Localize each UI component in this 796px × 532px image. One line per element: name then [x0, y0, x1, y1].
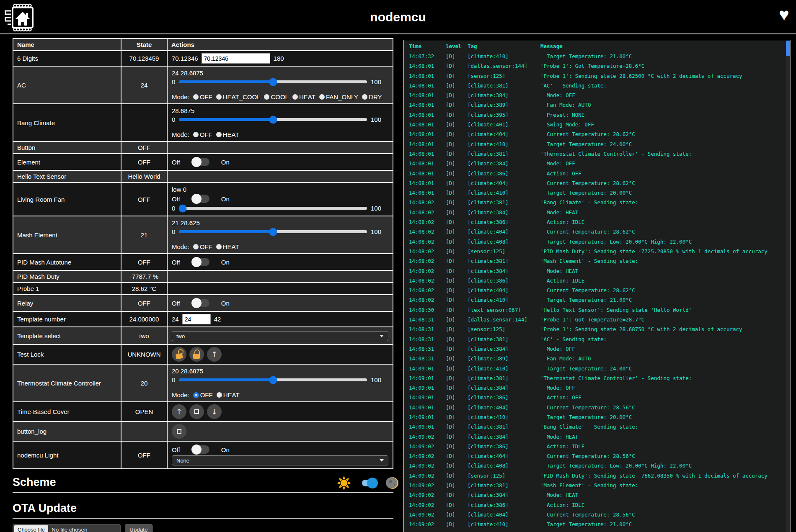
arrow-up-button[interactable]: ↑ — [207, 347, 222, 362]
radio-button[interactable] — [193, 244, 199, 249]
entity-actions: ↑ — [167, 344, 393, 364]
entity-name: Living Room Fan — [13, 182, 121, 216]
mode-option-heat_cool[interactable]: HEAT_COOL — [216, 93, 261, 100]
switch-on-label: On — [221, 259, 230, 266]
log-level: [D] — [446, 344, 468, 354]
slider-row: 0100 — [172, 228, 381, 235]
log-tag: [climate:404] — [468, 227, 540, 236]
file-input[interactable]: Choose file No file chosen — [13, 524, 121, 532]
number-input[interactable] — [202, 53, 270, 64]
mode-option-heat[interactable]: HEAT — [292, 93, 315, 100]
log-scrollbar[interactable] — [786, 41, 790, 532]
log-level: [D] — [446, 432, 468, 442]
select[interactable]: two — [172, 331, 388, 341]
entity-actions: OffOn — [167, 295, 393, 311]
log-message: Fan Mode: AUTO — [540, 354, 791, 363]
slider[interactable] — [179, 378, 367, 381]
slider-thumb[interactable] — [269, 116, 277, 123]
col-header-name: Name — [13, 39, 121, 51]
radio-button[interactable] — [193, 392, 199, 398]
slider-thumb[interactable] — [269, 78, 277, 86]
mode-option-dry[interactable]: DRY — [362, 93, 382, 100]
slider[interactable] — [179, 230, 367, 233]
radio-button[interactable] — [216, 132, 222, 137]
entity-name: Mash Element — [13, 216, 121, 254]
mode-option-cool[interactable]: COOL — [264, 93, 289, 100]
mode-option-heat[interactable]: HEAT — [216, 243, 239, 250]
radio-button[interactable] — [319, 94, 325, 100]
radio-button[interactable] — [264, 94, 269, 100]
slider[interactable] — [179, 207, 367, 210]
mode-option-heat[interactable]: HEAT — [216, 131, 239, 138]
radio-button[interactable] — [193, 132, 199, 137]
log-level: [D] — [446, 510, 468, 519]
slider-min-label: 0 — [172, 228, 175, 235]
mode-option-off[interactable]: OFF — [193, 243, 212, 250]
table-row: Mash Element2121 28.6250100Mode:OFFHEAT — [13, 216, 393, 254]
radio-label: OFF — [200, 391, 213, 398]
radio-button[interactable] — [216, 94, 222, 100]
stop-button[interactable] — [189, 404, 204, 419]
log-tag: [climate:381] — [468, 334, 540, 344]
entity-actions — [167, 141, 393, 154]
stop-button[interactable] — [172, 424, 186, 439]
log-level: [D] — [446, 354, 468, 363]
mode-option-off[interactable]: OFF — [193, 391, 213, 398]
switch-off-label: Off — [172, 259, 180, 266]
slider[interactable] — [179, 80, 367, 83]
log-level: [D] — [446, 373, 468, 383]
log-level: [D] — [446, 403, 468, 412]
slider-thumb[interactable] — [269, 376, 277, 384]
scheme-toggle-knob — [367, 478, 378, 488]
log-level: [D] — [446, 169, 468, 178]
radio-button[interactable] — [362, 94, 367, 100]
radio-button[interactable] — [193, 94, 199, 100]
log-tag: [climate:410] — [468, 139, 540, 149]
unlock-button[interactable] — [172, 347, 186, 362]
choose-file-button[interactable]: Choose file — [14, 525, 48, 532]
toggle-switch[interactable] — [192, 158, 209, 166]
mode-option-fan_only[interactable]: FAN_ONLY — [319, 93, 358, 100]
mode-option-off[interactable]: OFF — [193, 131, 212, 138]
log-level: [D] — [446, 324, 468, 334]
table-row: ButtonOFF — [13, 141, 393, 154]
radio-button[interactable] — [216, 244, 222, 249]
log-message: 'Mash Element' - Sending state: — [540, 481, 791, 490]
arrow-up-icon: ↑ — [211, 351, 217, 358]
entity-state: 70.123459 — [121, 51, 167, 66]
update-button[interactable]: Update — [125, 524, 152, 532]
mode-option-heat[interactable]: HEAT — [217, 391, 240, 398]
arrow-down-button[interactable]: ↓ — [207, 404, 222, 419]
toggle-switch[interactable] — [192, 299, 209, 307]
log-message: Fan Mode: AUTO — [540, 100, 791, 110]
toggle-switch[interactable] — [192, 195, 209, 203]
toggle-switch[interactable] — [192, 258, 209, 266]
arrow-up-button[interactable]: ↑ — [172, 404, 186, 419]
log-tag: [climate:410] — [468, 364, 540, 373]
log-tag: [climate:384] — [468, 490, 540, 500]
select[interactable]: None — [172, 455, 388, 465]
log-row: 14:09:02[D][climate:404] Current Tempera… — [404, 451, 791, 461]
mode-option-off[interactable]: OFF — [193, 93, 212, 100]
mode-label: Mode: — [172, 243, 189, 250]
log-time: 14:08:01 — [409, 100, 446, 110]
toggle-switch[interactable] — [192, 445, 209, 454]
entity-name: Time-Based Cover — [13, 402, 121, 421]
number-input[interactable] — [182, 314, 211, 324]
log-level: [D] — [446, 61, 468, 71]
log-tag: [climate:408] — [468, 461, 540, 470]
log-row: 14:08:01[D][climate:386] Action: OFF — [404, 169, 791, 178]
log-message: 'Hello Text Sensor': Sending state 'Hell… — [540, 305, 791, 315]
log-tag: [climate:386] — [468, 500, 540, 510]
slider-thumb[interactable] — [269, 228, 277, 236]
radio-label: DRY — [369, 93, 382, 100]
lock-button[interactable] — [189, 347, 204, 362]
log-level: [D] — [446, 383, 468, 393]
slider-thumb[interactable] — [179, 204, 187, 212]
log-scrollbar-thumb[interactable] — [786, 41, 790, 56]
log-row: 14:09:01[D][climate:386] Action: OFF — [404, 393, 791, 402]
radio-button[interactable] — [217, 392, 222, 398]
slider[interactable] — [179, 118, 367, 121]
radio-button[interactable] — [292, 94, 298, 100]
scheme-toggle[interactable] — [362, 480, 376, 486]
